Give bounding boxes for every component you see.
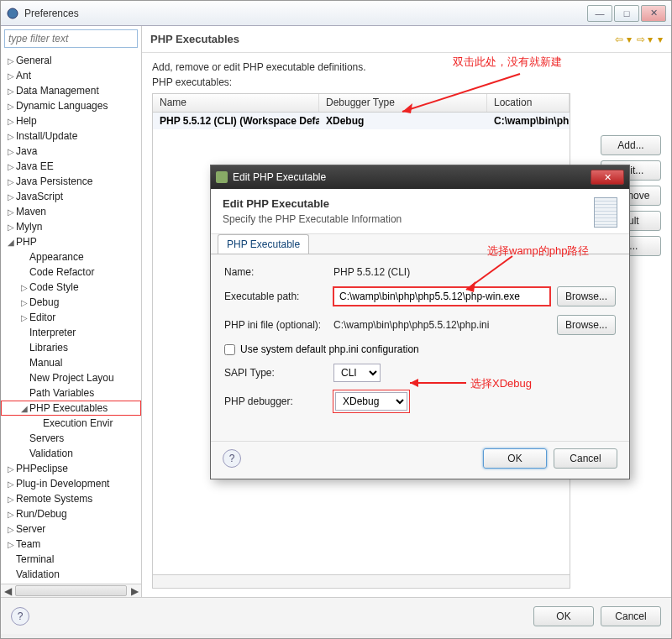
tree-item-run-debug[interactable]: ▷Run/Debug	[1, 506, 141, 521]
tree-item-terminal[interactable]: Terminal	[1, 552, 141, 567]
use-default-ini-checkbox[interactable]	[224, 344, 235, 355]
tree-item-execution-envir[interactable]: Execution Envir	[1, 416, 141, 431]
nav-back-icon[interactable]: ⇦ ▾	[615, 34, 631, 45]
nav-menu-icon[interactable]: ▾	[658, 34, 663, 45]
tree-item-ant[interactable]: ▷Ant	[1, 68, 141, 83]
tree-item-path-variables[interactable]: Path Variables	[1, 385, 141, 401]
col-debugger[interactable]: Debugger Type	[319, 94, 487, 112]
tree-item-dynamic-languages[interactable]: ▷Dynamic Languages	[1, 98, 141, 113]
twisty-icon[interactable]: ▷	[6, 510, 16, 519]
twisty-icon[interactable]: ◢	[6, 238, 16, 247]
tree-item-interpreter[interactable]: Interpreter	[1, 325, 141, 340]
sapi-label: SAPI Type:	[224, 367, 333, 379]
debugger-select[interactable]: XDebug	[335, 392, 407, 411]
col-location[interactable]: Location	[487, 94, 570, 112]
titlebar[interactable]: Preferences — □ ✕	[1, 1, 671, 26]
bottom-bar: ? OK Cancel	[1, 597, 671, 634]
tree-item-install-update[interactable]: ▷Install/Update	[1, 128, 141, 144]
tree-item-plug-in-development[interactable]: ▷Plug-in Development	[1, 476, 141, 491]
cell-location: C:\wamp\bin\php\p	[487, 113, 570, 128]
tree-label: Appearance	[29, 251, 84, 263]
tree-item-help[interactable]: ▷Help	[1, 113, 141, 128]
tree-item-java-persistence[interactable]: ▷Java Persistence	[1, 174, 141, 189]
twisty-icon[interactable]: ▷	[6, 540, 16, 549]
nav-fwd-icon[interactable]: ⇨ ▾	[637, 34, 653, 45]
twisty-icon[interactable]: ▷	[6, 71, 16, 81]
tree-item-servers[interactable]: Servers	[1, 431, 141, 446]
col-name[interactable]: Name	[153, 94, 319, 112]
twisty-icon[interactable]: ▷	[6, 102, 16, 111]
twisty-icon[interactable]: ▷	[6, 86, 16, 96]
tree-label: Code Style	[29, 281, 79, 293]
tree-item-code-style[interactable]: ▷Code Style	[1, 280, 141, 295]
twisty-icon[interactable]: ▷	[19, 283, 29, 292]
tree-item-libraries[interactable]: Libraries	[1, 340, 141, 355]
sapi-select[interactable]: CLI	[333, 364, 381, 382]
tree-item-javascript[interactable]: ▷JavaScript	[1, 189, 141, 204]
tree-item-java[interactable]: ▷Java	[1, 144, 141, 159]
tree-item-phpeclipse[interactable]: ▷PHPeclipse	[1, 461, 141, 476]
twisty-icon[interactable]: ▷	[6, 479, 16, 489]
minimize-button[interactable]: —	[587, 5, 612, 22]
tree-label: PHP	[16, 236, 37, 248]
table-scrollbar[interactable]	[153, 574, 570, 588]
twisty-icon[interactable]: ▷	[6, 147, 16, 156]
tree-scrollbar[interactable]: ◀▶	[1, 584, 141, 597]
tree-item-data-management[interactable]: ▷Data Management	[1, 83, 141, 98]
close-button[interactable]: ✕	[641, 5, 666, 22]
tree-item-java-ee[interactable]: ▷Java EE	[1, 159, 141, 174]
tree-item-editor[interactable]: ▷Editor	[1, 310, 141, 325]
browse-exec-button[interactable]: Browse...	[557, 286, 616, 306]
tree-item-appearance[interactable]: Appearance	[1, 249, 141, 265]
tree-item-new-project-layou[interactable]: New Project Layou	[1, 370, 141, 385]
twisty-icon[interactable]: ▷	[6, 132, 16, 141]
tree-item-validation[interactable]: Validation	[1, 446, 141, 461]
tree-item-manual[interactable]: Manual	[1, 355, 141, 370]
twisty-icon[interactable]: ▷	[19, 313, 29, 322]
dialog-cancel-button[interactable]: Cancel	[554, 448, 617, 469]
dialog-close-button[interactable]: ✕	[591, 170, 624, 185]
browse-ini-button[interactable]: Browse...	[557, 315, 616, 335]
tree-label: Ant	[16, 70, 31, 81]
dialog-titlebar[interactable]: Edit PHP Executable ✕	[211, 165, 629, 189]
add-button[interactable]: Add...	[601, 135, 661, 155]
twisty-icon[interactable]: ▷	[6, 495, 16, 504]
twisty-icon[interactable]: ▷	[6, 207, 16, 217]
twisty-icon[interactable]: ▷	[6, 162, 16, 171]
tree-item-maven[interactable]: ▷Maven	[1, 204, 141, 219]
tree-item-general[interactable]: ▷General	[1, 53, 141, 68]
tree-item-php-executables[interactable]: ◢PHP Executables	[1, 401, 141, 416]
tab-php-executable[interactable]: PHP Executable	[218, 234, 309, 254]
preferences-tree[interactable]: ▷General▷Ant▷Data Management▷Dynamic Lan…	[1, 51, 141, 584]
dialog-ok-button[interactable]: OK	[483, 448, 547, 469]
tree-item-server[interactable]: ▷Server	[1, 521, 141, 537]
tree-item-mylyn[interactable]: ▷Mylyn	[1, 219, 141, 234]
cancel-button[interactable]: Cancel	[601, 606, 661, 626]
twisty-icon[interactable]: ▷	[6, 117, 16, 126]
ok-button[interactable]: OK	[533, 606, 594, 626]
help-icon[interactable]: ?	[11, 607, 29, 626]
maximize-button[interactable]: □	[614, 5, 639, 22]
exec-path-input[interactable]	[333, 287, 550, 306]
tree-item-php[interactable]: ◢PHP	[1, 234, 141, 249]
twisty-icon[interactable]: ▷	[6, 177, 16, 186]
filter-input[interactable]	[4, 29, 138, 48]
dialog-help-icon[interactable]: ?	[223, 449, 241, 468]
tree-item-team[interactable]: ▷Team	[1, 537, 141, 552]
name-label: Name:	[224, 266, 333, 278]
twisty-icon[interactable]: ◢	[19, 404, 29, 413]
tree-item-remote-systems[interactable]: ▷Remote Systems	[1, 491, 141, 506]
tree-label: Data Management	[16, 85, 99, 97]
twisty-icon[interactable]: ▷	[6, 223, 16, 232]
tree-item-code-refactor[interactable]: Code Refactor	[1, 265, 141, 280]
twisty-icon[interactable]: ▷	[6, 192, 16, 202]
table-row[interactable]: PHP 5.5.12 (CLI) (Workspace Defa... XDeb…	[153, 113, 570, 129]
twisty-icon[interactable]: ▷	[19, 298, 29, 307]
twisty-icon[interactable]: ▷	[6, 56, 16, 65]
twisty-icon[interactable]: ▷	[6, 525, 16, 534]
tree-item-debug[interactable]: ▷Debug	[1, 295, 141, 310]
twisty-icon[interactable]: ▷	[6, 464, 16, 474]
tree-label: PHP Executables	[29, 402, 108, 414]
tree-item-validation[interactable]: Validation	[1, 567, 141, 582]
page-title: PHP Executables	[150, 33, 239, 45]
